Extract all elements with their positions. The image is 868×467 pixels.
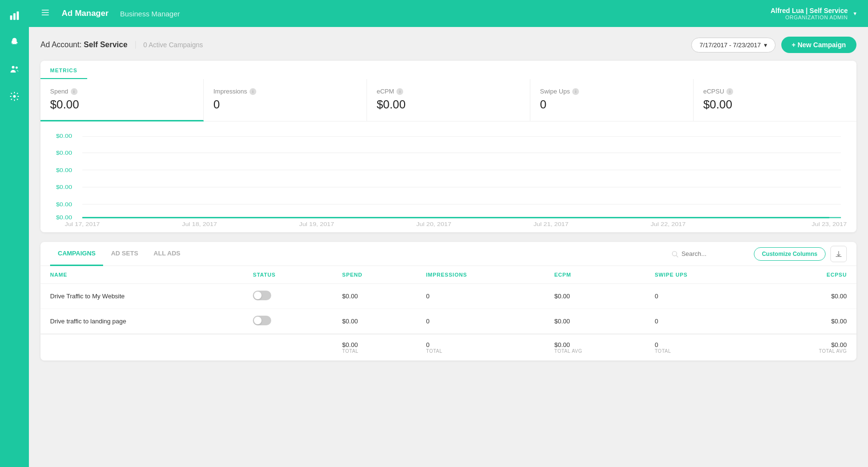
metrics-section-label: METRICS (50, 67, 78, 78)
hamburger-menu-icon[interactable] (40, 8, 50, 20)
page-content: Ad Account: Self Service 0 Active Campai… (29, 27, 868, 467)
search-icon (671, 250, 679, 258)
tab-campaigns[interactable]: CAMPAIGNS (50, 242, 103, 266)
metric-name-spend: Spend i (50, 88, 194, 95)
table-row: Drive traffic to landing page $0.00 0 $0… (40, 309, 856, 334)
date-chevron-icon: ▾ (764, 41, 767, 49)
top-navigation: Ad Manager Business Manager Alfred Lua |… (29, 0, 868, 27)
campaign-ecpm-2: $0.00 (545, 309, 645, 334)
svg-text:$0.00: $0.00 (56, 201, 72, 208)
chart-bar-icon[interactable] (8, 9, 21, 22)
metrics-panel: METRICS Spend i $0.00 Impressions i 0 (40, 61, 856, 232)
svg-text:$0.00: $0.00 (56, 150, 72, 156)
metric-value-swipeups: 0 (540, 98, 684, 111)
metric-tab-spend[interactable]: Spend i $0.00 (40, 79, 204, 121)
metric-name-impressions: Impressions i (213, 88, 357, 95)
new-campaign-button[interactable]: + New Campaign (781, 37, 856, 53)
svg-text:Jul 22, 2017: Jul 22, 2017 (651, 221, 686, 227)
svg-text:Jul 19, 2017: Jul 19, 2017 (299, 221, 334, 227)
search-input[interactable] (682, 250, 749, 257)
business-manager-link[interactable]: Business Manager (120, 10, 180, 18)
campaign-name-2: Drive traffic to landing page (40, 309, 243, 334)
campaigns-tabs-left: CAMPAIGNS AD SETS ALL ADS (50, 242, 188, 266)
customize-columns-button[interactable]: Customize Columns (754, 247, 826, 261)
account-title: Ad Account: Self Service (40, 40, 128, 49)
svg-rect-6 (42, 10, 49, 11)
campaign-spend-1: $0.00 (332, 284, 416, 309)
campaign-swipeups-1: 0 (645, 284, 756, 309)
svg-text:$0.00: $0.00 (56, 184, 72, 190)
svg-rect-2 (17, 12, 19, 20)
campaign-name-1: Drive Traffic to My Website (40, 284, 243, 309)
sidebar (0, 0, 29, 467)
campaigns-tabs-row: CAMPAIGNS AD SETS ALL ADS Customize Colu… (40, 242, 856, 266)
date-range-button[interactable]: 7/17/2017 - 7/23/2017 ▾ (691, 38, 775, 53)
col-status: STATUS (243, 266, 332, 284)
col-ecpm: ECPM (545, 266, 645, 284)
people-icon[interactable] (8, 63, 21, 76)
metrics-chart: $0.00 $0.00 $0.00 $0.00 $0.00 $0.00 Jul … (40, 121, 856, 232)
impressions-info-icon[interactable]: i (250, 88, 256, 95)
campaign-status-toggle-2[interactable] (243, 309, 332, 334)
campaign-ecpsu-2: $0.00 (756, 309, 856, 334)
metric-value-ecpm: $0.00 (377, 98, 520, 111)
search-wrapper (671, 250, 749, 258)
totals-swipeups: 0 TOTAL (645, 334, 756, 360)
metric-tab-ecpm[interactable]: eCPM i $0.00 (367, 79, 530, 121)
campaigns-tabs-right: Customize Columns (671, 246, 847, 262)
user-info: Alfred Lua | Self Service Organization A… (771, 7, 848, 20)
svg-text:Jul 23, 2017: Jul 23, 2017 (812, 221, 847, 227)
swipeups-info-icon[interactable]: i (572, 88, 579, 95)
metric-value-ecpsu: $0.00 (703, 98, 847, 111)
svg-text:$0.00: $0.00 (56, 167, 72, 173)
snapchat-ghost-icon[interactable] (8, 36, 21, 49)
app-title: Ad Manager (62, 9, 108, 18)
ecpm-info-icon[interactable]: i (396, 88, 403, 95)
user-dropdown-chevron[interactable]: ▾ (854, 10, 856, 17)
campaign-status-toggle-1[interactable] (243, 284, 332, 309)
col-ecpsu: ECPSU (756, 266, 856, 284)
metric-tab-ecpsu[interactable]: eCPSU i $0.00 (694, 79, 856, 121)
svg-text:$0.00: $0.00 (56, 214, 72, 221)
campaigns-table: NAME STATUS SPEND IMPRESSIONS ECPM SWIPE… (40, 266, 856, 360)
svg-text:Jul 17, 2017: Jul 17, 2017 (65, 221, 100, 227)
totals-impressions: 0 TOTAL (417, 334, 545, 360)
tab-ad-sets[interactable]: AD SETS (103, 242, 145, 266)
metric-name-swipeups: Swipe Ups i (540, 88, 684, 95)
totals-spend: $0.00 TOTAL (332, 334, 416, 360)
totals-ecpm: $0.00 TOTAL AVG (545, 334, 645, 360)
table-row: Drive Traffic to My Website $0.00 0 $0.0… (40, 284, 856, 309)
user-role: Organization Admin (771, 14, 848, 20)
svg-text:Jul 21, 2017: Jul 21, 2017 (533, 221, 568, 227)
metric-tab-swipeups[interactable]: Swipe Ups i 0 (530, 79, 694, 121)
spend-info-icon[interactable]: i (71, 88, 78, 95)
col-swipeups: SWIPE UPS (645, 266, 756, 284)
svg-rect-0 (10, 15, 13, 20)
metric-name-ecpm: eCPM i (377, 88, 520, 95)
svg-rect-8 (42, 14, 49, 15)
page-header-right: 7/17/2017 - 7/23/2017 ▾ + New Campaign (691, 37, 856, 53)
svg-point-28 (672, 251, 676, 255)
main-area: Ad Manager Business Manager Alfred Lua |… (29, 0, 868, 467)
campaign-swipeups-2: 0 (645, 309, 756, 334)
svg-text:Jul 18, 2017: Jul 18, 2017 (182, 221, 217, 227)
download-button[interactable] (830, 246, 847, 262)
page-header-left: Ad Account: Self Service 0 Active Campai… (40, 40, 203, 49)
metric-tab-impressions[interactable]: Impressions i 0 (204, 79, 367, 121)
campaign-impressions-2: 0 (417, 309, 545, 334)
toggle-1[interactable] (253, 291, 271, 300)
ecpsu-info-icon[interactable]: i (726, 88, 733, 95)
metric-value-spend: $0.00 (50, 98, 194, 111)
metric-name-ecpsu: eCPSU i (703, 88, 847, 95)
col-spend: SPEND (332, 266, 416, 284)
settings-icon[interactable] (8, 90, 21, 103)
campaign-impressions-1: 0 (417, 284, 545, 309)
svg-point-3 (12, 66, 15, 69)
toggle-2[interactable] (253, 316, 271, 325)
account-name: Self Service (84, 40, 128, 49)
active-campaigns-count: 0 Active Campaigns (135, 41, 203, 49)
svg-rect-1 (13, 13, 16, 20)
tab-all-ads[interactable]: ALL ADS (146, 242, 188, 266)
totals-row: $0.00 TOTAL 0 TOTAL $0.00 TOTAL AVG 0 (40, 334, 856, 360)
svg-point-4 (15, 67, 18, 69)
